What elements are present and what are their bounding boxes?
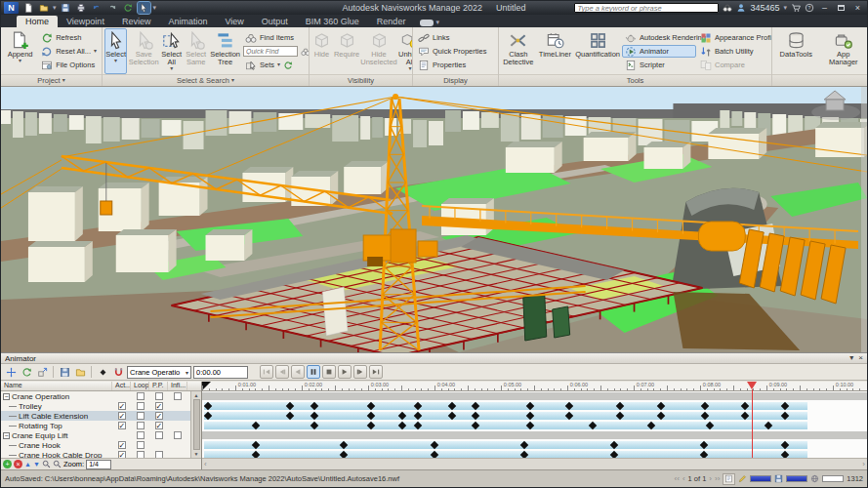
selection-tree-button[interactable]: Selection Tree: [209, 28, 241, 74]
zoom-out-icon[interactable]: [53, 460, 62, 468]
caret-down-icon[interactable]: ▾: [53, 4, 57, 12]
help-search-input[interactable]: [574, 3, 719, 13]
stop-button[interactable]: [322, 365, 336, 379]
checkbox[interactable]: ✓: [155, 412, 163, 420]
checkbox[interactable]: [174, 431, 182, 439]
checkbox[interactable]: [155, 431, 163, 439]
refresh-button[interactable]: Refresh: [38, 31, 100, 44]
delete-icon[interactable]: ×: [14, 460, 22, 468]
tab-home[interactable]: Home: [17, 16, 58, 27]
animator-tree-row[interactable]: −Crane Equip Lift: [1, 430, 190, 440]
checkbox[interactable]: [137, 441, 145, 449]
properties-button[interactable]: Properties: [415, 59, 489, 71]
batch-utility-button[interactable]: Batch Utility: [697, 45, 769, 58]
scroll-left-icon[interactable]: ‹: [204, 460, 207, 468]
add-scene-icon[interactable]: +: [3, 460, 12, 468]
quick-find-input[interactable]: [243, 46, 298, 57]
timeline-row[interactable]: [202, 401, 867, 411]
animator-panel-titlebar[interactable]: Animator ▾×: [1, 353, 867, 364]
scene-selector-dropdown[interactable]: Crane Operatio ▾: [127, 366, 191, 379]
animator-tree-row[interactable]: Crane Hook Cable Drop✓: [1, 450, 190, 458]
play-backwards-button[interactable]: [291, 365, 305, 379]
animator-tree-row[interactable]: Crane Hook✓: [1, 440, 190, 450]
group-label-display[interactable]: Display: [413, 74, 498, 86]
timeline-row[interactable]: [202, 430, 867, 440]
tree-column-header[interactable]: Name: [1, 382, 112, 390]
viewport-3d-scene[interactable]: [1, 87, 867, 352]
undo-icon[interactable]: [91, 2, 103, 14]
group-label-project[interactable]: Project▾: [1, 74, 102, 86]
tab-output[interactable]: Output: [253, 16, 297, 27]
timeline-horizontal-scrollbar[interactable]: ‹›: [202, 458, 867, 469]
scale-set-button[interactable]: [35, 365, 49, 379]
tab-view[interactable]: View: [216, 16, 252, 27]
qat-customize-icon[interactable]: ▾: [153, 4, 157, 12]
tab-render[interactable]: Render: [368, 16, 415, 27]
tree-column-header[interactable]: Infi...: [168, 382, 187, 390]
checkbox[interactable]: ✓: [118, 412, 126, 420]
prev-sheet-icon[interactable]: ‹: [682, 474, 685, 483]
translate-set-button[interactable]: [4, 365, 18, 379]
checkbox[interactable]: [137, 431, 145, 439]
navisworks-logo-icon[interactable]: N: [4, 2, 19, 14]
quick-properties-button[interactable]: Quick Properties: [415, 45, 489, 58]
rotate-set-button[interactable]: [20, 365, 33, 379]
collapse-toggle-icon[interactable]: −: [3, 432, 10, 439]
save-icon[interactable]: [60, 2, 72, 14]
timeline-row[interactable]: [202, 411, 867, 421]
tab-review[interactable]: Review: [113, 16, 160, 27]
move-down-icon[interactable]: ▼: [33, 460, 40, 468]
playhead-marker[interactable]: [747, 382, 757, 389]
checkbox[interactable]: [174, 392, 182, 400]
checkbox[interactable]: ✓: [118, 402, 126, 410]
animator-timeline[interactable]: 0:01.000:02.000:03.000:04.000:05.000:06.…: [202, 382, 867, 469]
animator-tree-row[interactable]: Lift Cable Extension✓✓: [1, 411, 190, 421]
store-cart-icon[interactable]: [791, 3, 801, 13]
timeline-row[interactable]: [202, 421, 867, 430]
appearance-profiler-button[interactable]: Appearance Profiler: [697, 31, 769, 44]
links-button[interactable]: Links: [415, 31, 489, 44]
navigation-bar-strip[interactable]: [861, 87, 867, 352]
account-id[interactable]: 345465: [750, 3, 779, 13]
step-forward-button[interactable]: [353, 365, 367, 379]
help-icon[interactable]: [805, 3, 814, 13]
checkbox[interactable]: [137, 412, 145, 420]
zoom-in-icon[interactable]: [42, 460, 51, 468]
step-back-button[interactable]: [275, 365, 289, 379]
scroll-right-icon[interactable]: ›: [862, 460, 865, 468]
save-animation-button[interactable]: [58, 365, 71, 379]
redo-icon[interactable]: [106, 2, 119, 14]
select-all-button[interactable]: Select All ▾: [160, 28, 183, 74]
clash-detective-button[interactable]: Clash Detective: [501, 28, 536, 74]
checkbox[interactable]: ✓: [155, 402, 163, 410]
close-button[interactable]: ×: [851, 3, 864, 14]
rewind-button[interactable]: [260, 365, 273, 379]
timeliner-button[interactable]: TimeLiner: [537, 28, 574, 74]
playhead-line[interactable]: [752, 389, 753, 458]
minimize-button[interactable]: –: [818, 3, 831, 14]
next-sheet-icon[interactable]: ›: [709, 474, 712, 483]
manage-sets-icon[interactable]: [283, 61, 293, 70]
restore-button[interactable]: [835, 3, 847, 14]
select-tool-icon[interactable]: [138, 2, 150, 14]
capture-keyframe-button[interactable]: [96, 365, 109, 379]
find-items-button[interactable]: Find Items: [242, 31, 307, 44]
select-button[interactable]: Select ▾: [104, 28, 127, 74]
animator-tree-row[interactable]: −Crane Operation: [1, 391, 190, 401]
checkbox[interactable]: [155, 392, 163, 400]
collapse-toggle-icon[interactable]: −: [3, 393, 10, 400]
checkbox[interactable]: [137, 402, 145, 410]
new-file-icon[interactable]: [21, 2, 34, 14]
file-options-button[interactable]: File Options: [38, 59, 100, 71]
animator-button[interactable]: Animator: [622, 45, 696, 58]
main-viewport[interactable]: [1, 87, 867, 352]
open-file-icon[interactable]: [37, 2, 50, 14]
account-caret-icon[interactable]: ▾: [783, 4, 787, 12]
animator-tree-row[interactable]: Rotating Top✓✓: [1, 421, 190, 430]
sheet-browser-icon[interactable]: [723, 473, 735, 485]
panel-options-caret-icon[interactable]: ▾: [849, 354, 853, 362]
timeline-row[interactable]: [202, 391, 867, 401]
group-label-tools[interactable]: Tools: [499, 74, 771, 86]
panel-close-icon[interactable]: ×: [858, 354, 863, 362]
group-label-select-search[interactable]: Select & Search▾: [103, 74, 309, 86]
